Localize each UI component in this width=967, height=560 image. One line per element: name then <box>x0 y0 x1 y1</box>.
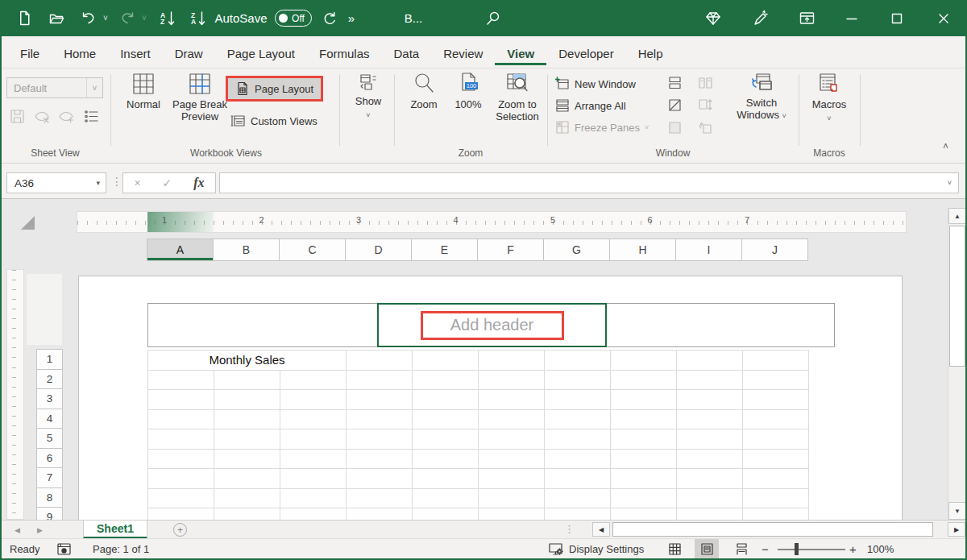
redo-dropdown[interactable]: ˅ <box>139 0 150 36</box>
grid-cell[interactable] <box>413 351 479 371</box>
grid-cell[interactable] <box>347 351 413 371</box>
new-sheet-button[interactable]: + <box>173 523 187 537</box>
zoom-slider-track[interactable] <box>778 549 845 550</box>
grid-cell[interactable] <box>280 429 347 450</box>
grid-cell[interactable] <box>214 508 280 520</box>
grid-cell[interactable] <box>479 450 545 470</box>
row-header-6[interactable]: 6 <box>37 449 62 469</box>
page-break-preview-button[interactable]: Page Break Preview <box>170 72 230 122</box>
tab-developer[interactable]: Developer <box>546 39 625 65</box>
new-sheet-view-button[interactable] <box>58 109 75 127</box>
column-header-H[interactable]: H <box>610 239 676 260</box>
page-layout-view-button[interactable]: Page Layout <box>228 78 321 99</box>
grid-cell[interactable] <box>677 469 743 489</box>
tab-data[interactable]: Data <box>381 39 431 65</box>
keep-sheet-view-button[interactable] <box>10 109 25 127</box>
grid-cell[interactable] <box>479 489 545 509</box>
row-header-3[interactable]: 3 <box>37 389 62 409</box>
horizontal-scroll-thumb[interactable] <box>612 522 933 537</box>
grid-cell[interactable] <box>611 371 677 391</box>
grid-cell[interactable] <box>677 489 743 509</box>
reset-window-position-button[interactable] <box>698 121 713 138</box>
grid-cell[interactable] <box>148 390 214 410</box>
zoom-to-selection-button[interactable]: Zoom to Selection <box>489 72 546 122</box>
vertical-scrollbar[interactable]: ▲ ▼ <box>948 208 965 520</box>
view-page-break-button[interactable] <box>729 539 753 559</box>
zoom-button[interactable]: Zoom <box>400 72 447 110</box>
grid-cell[interactable] <box>545 469 611 489</box>
grid-cell[interactable] <box>545 429 611 450</box>
grid-cell[interactable] <box>479 371 545 391</box>
search-button[interactable] <box>480 0 506 36</box>
tab-help[interactable]: Help <box>626 39 675 65</box>
grid[interactable]: Monthly Sales <box>147 350 809 520</box>
grid-cell[interactable] <box>743 508 809 520</box>
grid-cell[interactable] <box>148 450 214 470</box>
column-header-A[interactable]: A <box>147 239 214 260</box>
grid-cell[interactable] <box>413 371 479 391</box>
grid-cell[interactable] <box>214 371 280 391</box>
grid-cell[interactable] <box>743 450 809 470</box>
grid-cell[interactable] <box>148 410 214 430</box>
tab-review[interactable]: Review <box>431 39 495 65</box>
grid-cell[interactable] <box>743 351 809 371</box>
grid-cell[interactable] <box>413 410 479 430</box>
tab-draw[interactable]: Draw <box>163 39 215 65</box>
sort-descending-button[interactable]: ZA <box>185 0 211 36</box>
grid-cell[interactable] <box>545 351 611 371</box>
grid-cell[interactable] <box>413 429 479 450</box>
grid-cell[interactable] <box>545 371 611 391</box>
sort-ascending-button[interactable]: AZ <box>155 0 181 36</box>
name-box-dropdown-icon[interactable]: ▾ <box>96 179 100 187</box>
page-header-center-section[interactable]: Add header <box>377 303 607 347</box>
undo-button[interactable] <box>77 0 100 36</box>
cell-a1[interactable]: Monthly Sales <box>148 351 347 371</box>
minimize-button[interactable] <box>833 0 870 36</box>
grid-cell[interactable] <box>677 450 743 470</box>
column-header-E[interactable]: E <box>412 239 478 260</box>
column-header-C[interactable]: C <box>280 239 346 260</box>
macros-button[interactable]: Macros ˅ <box>804 72 854 125</box>
grid-cell[interactable] <box>545 489 611 509</box>
maximize-button[interactable] <box>878 0 915 36</box>
view-page-layout-button[interactable] <box>695 539 719 559</box>
grid-cell[interactable] <box>148 371 214 391</box>
zoom-percentage-button[interactable]: 100% <box>867 539 894 559</box>
grid-cell[interactable] <box>413 390 479 410</box>
grid-cell[interactable] <box>677 390 743 410</box>
grid-cell[interactable] <box>479 390 545 410</box>
grid-cell[interactable] <box>347 390 413 410</box>
enter-entry-button[interactable]: ✓ <box>163 176 172 189</box>
row-header-1[interactable]: 1 <box>37 350 62 370</box>
normal-view-button[interactable]: Normal <box>118 72 168 110</box>
vertical-scroll-thumb[interactable] <box>949 226 965 367</box>
grid-cell[interactable] <box>545 410 611 430</box>
grid-cell[interactable] <box>611 508 677 520</box>
display-settings-button[interactable]: Display Settings <box>548 539 644 559</box>
zoom-slider-thumb[interactable] <box>795 543 799 555</box>
formula-input[interactable]: ˅ <box>219 172 959 193</box>
grid-cell[interactable] <box>743 429 809 450</box>
tab-page-layout[interactable]: Page Layout <box>215 39 307 65</box>
grid-cell[interactable] <box>214 429 280 450</box>
grid-cell[interactable] <box>479 351 545 371</box>
tab-file[interactable]: File <box>8 39 52 65</box>
grid-cell[interactable] <box>413 508 479 520</box>
grid-cell[interactable] <box>347 450 413 470</box>
add-header-annotation-box[interactable]: Add header <box>421 311 564 340</box>
formula-bar-handle[interactable]: ⋮ <box>111 175 122 188</box>
draw-tool-button[interactable] <box>746 0 774 36</box>
collapse-ribbon-button[interactable]: ˄ <box>943 141 948 152</box>
grid-cell[interactable] <box>611 390 677 410</box>
custom-views-button[interactable]: Custom Views <box>230 114 317 128</box>
row-header-5[interactable]: 5 <box>37 429 62 449</box>
row-header-9[interactable]: 9 <box>37 508 62 520</box>
column-header-G[interactable]: G <box>544 239 610 260</box>
grid-cell[interactable] <box>347 469 413 489</box>
grid-cell[interactable] <box>280 390 347 410</box>
arrange-all-button[interactable]: Arrange All <box>555 98 626 113</box>
row-header-2[interactable]: 2 <box>37 370 62 390</box>
open-file-button[interactable] <box>44 0 69 36</box>
tab-formulas[interactable]: Formulas <box>307 39 382 65</box>
scroll-down-button[interactable]: ▼ <box>948 502 966 520</box>
